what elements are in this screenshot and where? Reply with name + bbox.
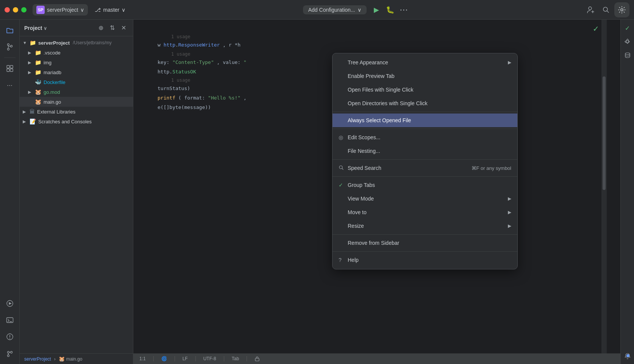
scrollbar-thumb[interactable] (603, 76, 606, 190)
tree-item-img[interactable]: ▶ 📁 img (20, 58, 133, 67)
branch-selector[interactable]: ⎇ master ∨ (91, 5, 129, 14)
menu-item-label: Resize (348, 223, 505, 229)
menu-item-help[interactable]: ? Help (333, 253, 517, 267)
tree-item-label: Scratches and Consoles (38, 119, 92, 124)
menu-item-shortcut: ⌘F or any symbol (472, 165, 511, 171)
debug-button[interactable]: 🐛 (383, 3, 397, 17)
sidebar-header: Project ∨ ⊕ ⇅ ✕ (20, 20, 133, 36)
menu-item-remove-from-sidebar[interactable]: Remove from Sidebar (333, 236, 517, 250)
status-indent[interactable]: Tab (232, 356, 239, 361)
svg-rect-7 (10, 65, 13, 68)
sidebar-collapse-button[interactable]: ⇅ (107, 23, 117, 33)
checkmark-icon: ✓ (339, 182, 345, 188)
menu-item-open-files-single-click[interactable]: Open Files with Single Click (333, 83, 517, 96)
menu-item-group-tabs[interactable]: ✓ Group Tabs (333, 178, 517, 192)
close-button[interactable] (5, 7, 10, 12)
minimize-button[interactable] (13, 7, 18, 12)
add-configuration-button[interactable]: Add Configuration... ∨ (303, 5, 367, 14)
go-icon: 🐹 (35, 99, 41, 105)
status-indent-label: Tab (232, 356, 239, 361)
more-run-options-button[interactable]: ⋯ (397, 3, 411, 17)
status-divider-2 (175, 356, 175, 361)
menu-item-file-nesting[interactable]: File Nesting... (333, 144, 517, 158)
tree-item-vscode[interactable]: ▶ 📁 .vscode (20, 48, 133, 58)
tree-item-label: img (44, 60, 52, 65)
sidebar-item-folder[interactable] (2, 23, 17, 38)
sidebar-title: Project ∨ (24, 25, 93, 31)
sidebar-item-git[interactable] (2, 346, 17, 361)
submenu-arrow-icon: ▶ (508, 60, 511, 65)
right-strip-ai[interactable] (622, 36, 633, 47)
menu-item-label: Enable Preview Tab (348, 73, 511, 79)
tree-item-serverProject[interactable]: ▼ 📁 serverProject /Users/jetbrains/my (20, 38, 133, 48)
status-encoding[interactable]: UTF-8 (203, 356, 216, 361)
tree-item-gomod[interactable]: ▶ 🐹 go.mod (20, 87, 133, 97)
folder-icon: 📁 (35, 50, 41, 56)
sidebar-add-button[interactable]: ⊕ (96, 23, 106, 33)
menu-item-enable-preview-tab[interactable]: Enable Preview Tab (333, 69, 517, 83)
maximize-button[interactable] (21, 7, 27, 12)
docker-icon: 🐳 (35, 79, 41, 85)
file-tree: ▼ 📁 serverProject /Users/jetbrains/my ▶ … (20, 36, 133, 353)
tree-item-maingo[interactable]: ▶ 🐹 main.go (20, 97, 133, 107)
menu-item-view-mode[interactable]: View Mode ▶ (333, 192, 517, 205)
tree-item-scratches[interactable]: ▶ 📝 Scratches and Consoles (20, 117, 133, 126)
menu-separator-3 (333, 159, 517, 160)
tree-item-label: mariadb (44, 70, 61, 75)
library-icon: 🏛 (30, 109, 35, 115)
menu-item-edit-scopes[interactable]: ◎ Edit Scopes... (333, 131, 517, 144)
right-strip-db[interactable] (622, 50, 633, 61)
tree-item-label: .vscode (44, 50, 61, 56)
tree-item-external-libraries[interactable]: ▶ 🏛 External Libraries (20, 107, 133, 117)
sidebar-item-vcs[interactable] (2, 39, 17, 54)
search-button[interactable] (599, 3, 613, 17)
svg-rect-17 (255, 358, 259, 361)
status-lock[interactable] (255, 356, 260, 361)
menu-item-resize[interactable]: Resize ▶ (333, 219, 517, 233)
titlebar-center: Add Configuration... ∨ ▶ 🐛 ⋯ (132, 3, 581, 17)
config-chevron-icon: ∨ (358, 7, 361, 13)
search-icon (339, 165, 345, 171)
status-linesep[interactable]: LF (183, 356, 188, 361)
menu-item-tree-appearance[interactable]: Tree Appearance ▶ (333, 56, 517, 69)
notification-bell[interactable] (624, 353, 631, 361)
project-sidebar: Project ∨ ⊕ ⇅ ✕ ▼ 📁 serverProject /Users… (20, 20, 133, 364)
breadcrumb-file[interactable]: 🐹 main.go (59, 356, 83, 362)
settings-button[interactable] (614, 2, 629, 17)
menu-item-move-to[interactable]: Move to ▶ (333, 205, 517, 219)
scrollbar-track[interactable] (601, 20, 607, 353)
project-name: serverProject (47, 7, 78, 13)
menu-item-speed-search[interactable]: Speed Search ⌘F or any symbol (333, 161, 517, 175)
go-file-icon: 🐹 (59, 356, 65, 362)
branch-chevron-icon: ∨ (122, 7, 125, 13)
sidebar-item-terminal[interactable] (2, 313, 17, 328)
branch-icon: ⎇ (95, 7, 101, 13)
notification-dot (626, 354, 629, 357)
sidebar-item-more[interactable]: ··· (2, 78, 17, 93)
menu-item-always-select-opened-file[interactable]: Always Select Opened File (333, 114, 517, 127)
sidebar-item-plugins[interactable] (2, 61, 17, 76)
tree-item-label: External Libraries (37, 109, 75, 115)
folder-icon: 📁 (35, 69, 41, 75)
sidebar-item-problems[interactable] (2, 329, 17, 344)
tree-item-dockerfile[interactable]: ▶ 🐳 Dockerfile (20, 77, 133, 87)
sidebar-item-run[interactable] (2, 296, 17, 311)
menu-item-label: Move to (348, 209, 505, 215)
svg-rect-9 (10, 69, 13, 72)
right-strip: ✓ (620, 20, 634, 364)
menu-item-open-dirs-single-click[interactable]: Open Directories with Single Click (333, 96, 517, 110)
status-position[interactable]: 1:1 (139, 356, 146, 361)
run-button[interactable]: ▶ (370, 3, 383, 17)
status-spiral[interactable]: 🌀 (161, 356, 167, 361)
tree-item-mariadb[interactable]: ▶ 📁 mariadb (20, 67, 133, 77)
breadcrumb-project-label: serverProject (24, 356, 51, 362)
breadcrumb-project[interactable]: serverProject (24, 356, 51, 362)
sidebar-header-icons: ⊕ ⇅ ✕ (96, 23, 128, 33)
add-user-button[interactable] (584, 3, 598, 17)
sidebar-close-button[interactable]: ✕ (119, 23, 128, 33)
svg-point-1 (603, 7, 607, 11)
project-selector[interactable]: SP serverProject ∨ (33, 4, 88, 16)
tree-item-label: go.mod (44, 89, 60, 95)
right-strip-vcs[interactable]: ✓ (622, 23, 633, 33)
menu-item-label: File Nesting... (348, 148, 511, 154)
